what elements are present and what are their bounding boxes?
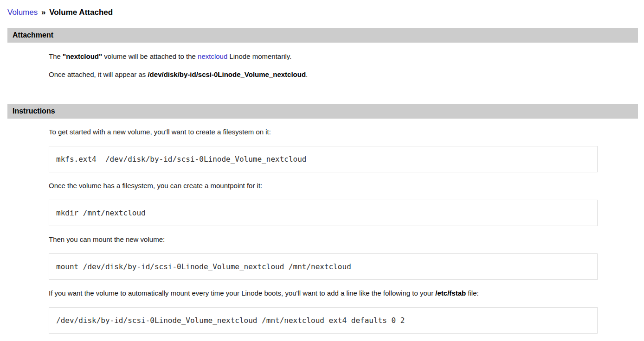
mount-command: mount /dev/disk/by-id/scsi-0Linode_Volum… [56,262,351,271]
step-2-text: Once the volume has a filesystem, you ca… [49,182,598,189]
device-path: /dev/disk/by-id/scsi-0Linode_Volume_next… [148,70,306,78]
attachment-device-text: Once attached, it will appear as /dev/di… [49,70,598,78]
breadcrumb-volumes-link[interactable]: Volumes [7,8,38,17]
step-3-code-box: mount /dev/disk/by-id/scsi-0Linode_Volum… [49,253,598,280]
attachment-section-body: The "nextcloud" volume will be attached … [49,52,598,78]
attachment-intro-middle: volume will be attached to the [102,52,198,60]
step-4-text-suffix: file: [466,289,479,297]
attachment-intro-prefix: The [49,52,63,60]
linode-link[interactable]: nextcloud [198,52,227,60]
instructions-section: Instructions To get started with a new v… [0,104,644,334]
step-4-text-prefix: If you want the volume to automatically … [49,289,435,297]
mkfs-command: mkfs.ext4 /dev/disk/by-id/scsi-0Linode_V… [56,155,306,164]
step-4-text: If you want the volume to automatically … [49,289,598,297]
step-2-code-box: mkdir /mnt/nextcloud [49,200,598,226]
volume-name: "nextcloud" [63,52,102,60]
step-1-text: To get started with a new volume, you'll… [49,128,598,136]
step-3-text: Then you can mount the new volume: [49,235,598,243]
mkdir-command: mkdir /mnt/nextcloud [56,208,146,217]
fstab-path: /etc/fstab [435,289,466,297]
page-title: Volume Attached [49,8,113,17]
attachment-section: Attachment The "nextcloud" volume will b… [0,28,644,78]
breadcrumb: Volumes » Volume Attached [0,0,644,18]
step-1-code-box: mkfs.ext4 /dev/disk/by-id/scsi-0Linode_V… [49,146,598,172]
instructions-section-header: Instructions [7,104,638,119]
instructions-section-body: To get started with a new volume, you'll… [49,128,598,334]
attachment-section-header: Attachment [7,28,638,43]
breadcrumb-separator: » [41,8,45,17]
attachment-device-prefix: Once attached, it will appear as [49,70,148,78]
attachment-intro-text: The "nextcloud" volume will be attached … [49,52,598,60]
attachment-intro-suffix: Linode momentarily. [227,52,291,60]
attachment-device-suffix: . [306,70,308,78]
volume-attached-page: Volumes » Volume Attached Attachment The… [0,0,644,341]
step-4-code-box: /dev/disk/by-id/scsi-0Linode_Volume_next… [49,307,598,334]
fstab-line: /dev/disk/by-id/scsi-0Linode_Volume_next… [56,316,405,325]
